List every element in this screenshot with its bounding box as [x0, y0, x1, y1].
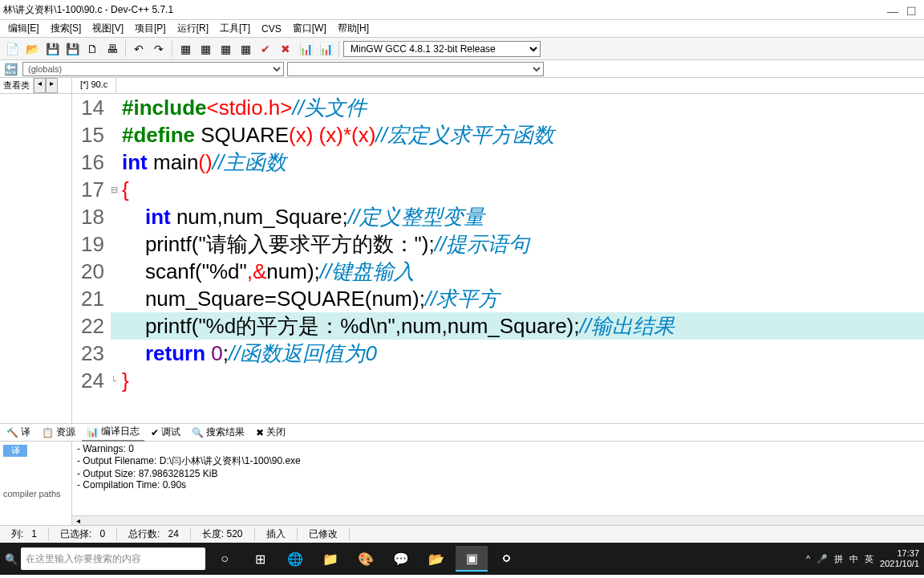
explorer-icon[interactable]: 📁: [314, 546, 346, 572]
window-controls: — ☐: [887, 5, 921, 14]
log-line: - Output Size: 87.986328125 KiB: [77, 468, 919, 479]
wechat-icon[interactable]: 💬: [385, 546, 417, 572]
log-line: - Output Filename: D:\闫小林\讲义资料\1-100\90.…: [77, 454, 919, 468]
line-num: 21: [72, 285, 111, 312]
close-icon[interactable]: 🗋: [83, 40, 101, 58]
tray-up-icon[interactable]: ^: [806, 554, 810, 564]
search-icon[interactable]: 🔍: [5, 553, 18, 565]
compile-log[interactable]: - Warnings: 0 - Output Filename: D:\闫小林\…: [72, 442, 924, 515]
taskbar-tray: ^ 🎤 拼 中 英 17:37 2021/10/1: [806, 548, 919, 569]
tab-debug[interactable]: ✔调试: [146, 424, 185, 441]
main-toolbar: 📄 📂 💾 💾 🗋 🖶 ↶ ↷ ▦ ▦ ▦ ▦ ✔ ✖ 📊 📊 MinGW GC…: [0, 38, 924, 60]
line-num: 23: [72, 340, 111, 367]
run-icon[interactable]: ▦: [197, 40, 214, 58]
tab-90c[interactable]: [*] 90.c: [72, 78, 116, 93]
search-placeholder: 在这里输入你要搜索的内容: [26, 552, 141, 566]
line-num: 24: [72, 367, 111, 394]
menu-cvs[interactable]: CVS: [257, 22, 286, 36]
nav-next-icon[interactable]: ▸: [46, 78, 58, 93]
stats-icon[interactable]: 📊: [317, 40, 334, 58]
minimize-icon[interactable]: —: [887, 5, 897, 14]
status-len: 长度: 520: [191, 527, 255, 541]
ime-en[interactable]: 英: [865, 553, 873, 565]
print-icon[interactable]: 🖶: [103, 40, 121, 58]
new-icon[interactable]: 📄: [3, 40, 21, 58]
windows-taskbar: 🔍 在这里输入你要搜索的内容 ○ ⊞ 🌐 📁 🎨 💬 📂 ▣ ⭘ ^ 🎤 拼 中…: [0, 543, 924, 575]
tab-compilelog[interactable]: 📊编译日志: [82, 423, 144, 442]
taskview-icon[interactable]: ⊞: [244, 546, 276, 572]
paint-icon[interactable]: 🎨: [350, 546, 382, 572]
menu-view[interactable]: 视图[V]: [87, 20, 128, 37]
ime-pin[interactable]: 拼: [834, 553, 843, 565]
debug-icon[interactable]: ✔: [257, 40, 274, 58]
label-compile: 译: [3, 445, 27, 457]
scope-select[interactable]: (globals): [22, 62, 284, 76]
log-line: - Warnings: 0: [77, 443, 919, 454]
ime-ch[interactable]: 中: [849, 553, 858, 565]
tab-classview[interactable]: 查看类: [0, 78, 34, 93]
profile-icon[interactable]: 📊: [297, 40, 314, 58]
log-scrollbar[interactable]: ◂: [72, 515, 924, 525]
menu-search[interactable]: 搜索[S]: [46, 20, 87, 37]
sep: [125, 41, 126, 57]
workspace: 查看类 ◂ ▸ [*] 90.c 14#include<stdio.h>//头文…: [0, 78, 924, 423]
code-editor[interactable]: 14#include<stdio.h>//头文件 15#define SQUAR…: [72, 94, 924, 423]
line-num: 20: [72, 258, 111, 285]
line-num: 14: [72, 94, 111, 121]
save-icon[interactable]: 💾: [43, 40, 61, 58]
compiler-select[interactable]: MinGW GCC 4.8.1 32-bit Release: [343, 41, 541, 57]
title-bar: 林\讲义资料\1-100\90.c - Dev-C++ 5.7.1 — ☐: [0, 0, 924, 20]
compilerun-icon[interactable]: ▦: [217, 40, 234, 58]
line-num: 18: [72, 203, 111, 230]
bottom-panel: 🔨译 📋资源 📊编译日志 ✔调试 🔍搜索结果 ✖关闭 译 compiler pa…: [0, 423, 924, 525]
status-lines: 总行数: 24: [117, 527, 191, 541]
editor: [*] 90.c 14#include<stdio.h>//头文件 15#def…: [72, 78, 924, 423]
back-icon[interactable]: 🔙: [2, 60, 19, 78]
line-num: 16: [72, 149, 111, 176]
sep: [338, 41, 339, 57]
bottom-tabs: 🔨译 📋资源 📊编译日志 ✔调试 🔍搜索结果 ✖关闭: [0, 424, 924, 442]
saveall-icon[interactable]: 💾: [63, 40, 81, 58]
menu-help[interactable]: 帮助[H]: [333, 20, 374, 37]
mic-icon[interactable]: 🎤: [817, 554, 828, 564]
menu-bar: 编辑[E] 搜索[S] 视图[V] 项目[P] 运行[R] 工具[T] CVS …: [0, 20, 924, 38]
taskbar-search[interactable]: 在这里输入你要搜索的内容: [21, 547, 205, 570]
sep: [172, 41, 172, 57]
cortana-icon[interactable]: ○: [209, 546, 241, 572]
menu-run[interactable]: 运行[R]: [172, 20, 213, 37]
clock-time: 17:37: [880, 548, 919, 559]
chrome-icon[interactable]: 🌐: [279, 546, 311, 572]
line-num: 19: [72, 230, 111, 258]
undo-icon[interactable]: ↶: [130, 40, 148, 58]
label-paths: compiler paths: [3, 489, 68, 499]
redo-icon[interactable]: ↷: [150, 40, 168, 58]
member-select[interactable]: [287, 62, 544, 76]
compile-icon[interactable]: ▦: [176, 40, 194, 58]
document-tabs: [*] 90.c: [72, 78, 924, 94]
class-browser: 查看类 ◂ ▸: [0, 78, 72, 423]
maximize-icon[interactable]: ☐: [906, 5, 916, 14]
tab-compile[interactable]: 🔨译: [2, 424, 35, 441]
status-sel: 已选择: 0: [49, 527, 117, 541]
menu-tools[interactable]: 工具[T]: [215, 20, 255, 37]
log-line: - Compilation Time: 0.90s: [77, 479, 919, 490]
line-num: 15: [72, 121, 111, 149]
obs-icon[interactable]: ⭘: [491, 546, 523, 572]
tab-findresults[interactable]: 🔍搜索结果: [187, 424, 249, 441]
open-icon[interactable]: 📂: [23, 40, 41, 58]
scope-bar: 🔙 (globals): [0, 60, 924, 78]
menu-edit[interactable]: 编辑[E]: [3, 20, 44, 37]
nav-prev-icon[interactable]: ◂: [34, 78, 46, 93]
clock[interactable]: 17:37 2021/10/1: [880, 548, 919, 569]
tab-close[interactable]: ✖关闭: [251, 424, 290, 441]
line-num: 22: [72, 312, 111, 340]
rebuild-icon[interactable]: ▦: [237, 40, 254, 58]
line-num: 17: [72, 176, 111, 203]
devcpp-icon[interactable]: ▣: [456, 546, 488, 572]
stop-icon[interactable]: ✖: [277, 40, 294, 58]
status-mod: 已修改: [298, 527, 350, 541]
menu-window[interactable]: 窗口[W]: [288, 20, 331, 37]
tab-resources[interactable]: 📋资源: [37, 424, 80, 441]
menu-project[interactable]: 项目[P]: [130, 20, 171, 37]
folder-icon[interactable]: 📂: [420, 546, 452, 572]
